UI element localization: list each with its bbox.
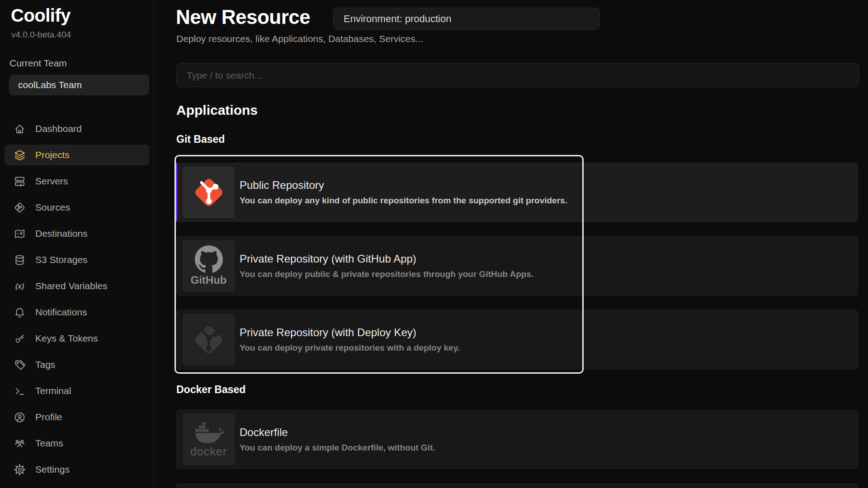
group-docker-based: Docker BaseddockerDockerfileYou can depl…: [176, 383, 858, 488]
resource-card[interactable]: GitHubPrivate Repository (with GitHub Ap…: [176, 236, 858, 296]
sidebar-item-tags[interactable]: Tags: [5, 354, 149, 375]
server-icon: [14, 175, 26, 188]
sidebar-item-label: Settings: [35, 464, 70, 475]
icon-caption: GitHub: [191, 274, 227, 286]
card-title: Public Repository: [240, 179, 567, 192]
team-select[interactable]: coolLabs Team: [9, 75, 149, 95]
card-description: You can deploy any kind of public reposi…: [240, 196, 567, 206]
card-description: You can deploy a simple Dockerfile, with…: [240, 443, 435, 453]
app-logo: Coolify: [11, 5, 71, 26]
page-subtitle: Deploy resources, like Applications, Dat…: [176, 33, 423, 44]
sidebar-item-label: Notifications: [35, 307, 87, 318]
card-title: Private Repository (with GitHub App): [240, 253, 533, 265]
applications-heading: Applications: [176, 102, 858, 118]
sidebar-item-label: Dashboard: [35, 123, 82, 134]
search-input[interactable]: [176, 63, 859, 87]
chevron-down-icon: [132, 80, 141, 89]
sidebar-item-destinations[interactable]: Destinations: [5, 223, 149, 244]
home-icon: [14, 123, 26, 135]
sidebar-item-label: S3 Storages: [35, 254, 88, 265]
card-title: Private Repository (with Deploy Key): [240, 326, 460, 339]
sidebar-item-label: Servers: [35, 176, 68, 187]
sidebar-item-settings[interactable]: Settings: [5, 459, 149, 480]
sidebar-item-label: Terminal: [35, 385, 71, 396]
sidebar-item-shared-variables[interactable]: (x)Shared Variables: [5, 276, 149, 296]
database-icon: [14, 254, 26, 266]
card-description: You can deploy private repositories with…: [240, 343, 460, 353]
key-icon: [14, 333, 26, 345]
sidebar-item-s3-storages[interactable]: S3 Storages: [5, 249, 149, 270]
sidebar-item-notifications[interactable]: Notifications: [5, 302, 149, 323]
sidebar-item-label: Destinations: [35, 228, 88, 239]
git-logo-icon: [183, 166, 235, 218]
card-text: Private Repository (with GitHub App)You …: [240, 253, 533, 279]
map-icon: [14, 228, 26, 240]
sidebar-item-label: Tags: [35, 359, 55, 370]
sidebar-nav: DashboardProjectsServersSourcesDestinati…: [5, 118, 149, 480]
sidebar-item-label: Shared Variables: [35, 281, 108, 291]
group-heading: Git Based: [176, 133, 858, 145]
resource-card[interactable]: Private Repository (with Deploy Key)You …: [176, 310, 858, 369]
gear-icon: [14, 464, 26, 476]
sidebar-item-teams[interactable]: Teams: [5, 433, 149, 454]
sidebar-item-profile[interactable]: Profile: [5, 407, 149, 427]
sidebar-item-sources[interactable]: Sources: [5, 197, 149, 218]
sidebar-item-label: Sources: [35, 202, 70, 213]
environment-select-value: Environment: production: [344, 13, 451, 25]
card-text: Public RepositoryYou can deploy any kind…: [240, 179, 567, 206]
card-title: Dockerfile: [240, 426, 435, 439]
github-logo-icon: GitHub: [183, 240, 235, 292]
chevrons-up-down-icon[interactable]: [129, 13, 140, 23]
svg-text:(x): (x): [15, 282, 24, 290]
sun-icon[interactable]: [110, 12, 123, 24]
content: Applications Git BasedPublic RepositoryY…: [176, 102, 858, 488]
users-icon: [14, 437, 26, 450]
docker-logo-icon: docker: [183, 413, 235, 465]
resource-card-partial[interactable]: [176, 483, 858, 488]
group-heading: Docker Based: [176, 383, 858, 396]
sidebar: Coolify v4.0.0-beta.404 Current Team coo…: [0, 0, 154, 488]
chevron-down-icon: [580, 14, 590, 24]
tag-icon: [14, 359, 26, 371]
resource-card[interactable]: Public RepositoryYou can deploy any kind…: [176, 163, 858, 222]
sidebar-item-projects[interactable]: Projects: [5, 145, 149, 165]
environment-select[interactable]: Environment: production: [333, 8, 600, 30]
stack-icon: [14, 149, 26, 161]
card-text: Private Repository (with Deploy Key)You …: [240, 326, 460, 353]
card-description: You can deploy public & private reposito…: [240, 269, 533, 279]
sidebar-item-label: Profile: [35, 412, 62, 422]
icon-caption: docker: [190, 445, 227, 458]
terminal-icon: [14, 385, 26, 397]
git-source-icon: [14, 202, 26, 214]
team-select-value: coolLabs Team: [18, 80, 82, 90]
sidebar-item-keys-tokens[interactable]: Keys & Tokens: [5, 328, 149, 349]
app-version: v4.0.0-beta.404: [11, 30, 71, 40]
git-logo-muted-icon: [183, 314, 235, 366]
sidebar-item-label: Keys & Tokens: [35, 333, 98, 344]
group-git-based: Git BasedPublic RepositoryYou can deploy…: [176, 133, 858, 369]
sidebar-item-servers[interactable]: Servers: [5, 171, 149, 192]
sidebar-item-label: Projects: [35, 150, 70, 160]
bell-icon: [14, 306, 26, 319]
variables-icon: (x): [14, 280, 26, 292]
resource-card[interactable]: dockerDockerfileYou can deploy a simple …: [176, 410, 858, 469]
card-text: DockerfileYou can deploy a simple Docker…: [240, 426, 435, 453]
current-team-label: Current Team: [9, 58, 67, 69]
sidebar-item-dashboard[interactable]: Dashboard: [5, 118, 149, 139]
sidebar-item-terminal[interactable]: Terminal: [5, 380, 149, 401]
user-circle-icon: [14, 411, 26, 423]
coolify-app: Coolify v4.0.0-beta.404 Current Team coo…: [0, 0, 868, 488]
sidebar-item-label: Teams: [35, 438, 63, 449]
page-title: New Resource: [176, 6, 310, 28]
